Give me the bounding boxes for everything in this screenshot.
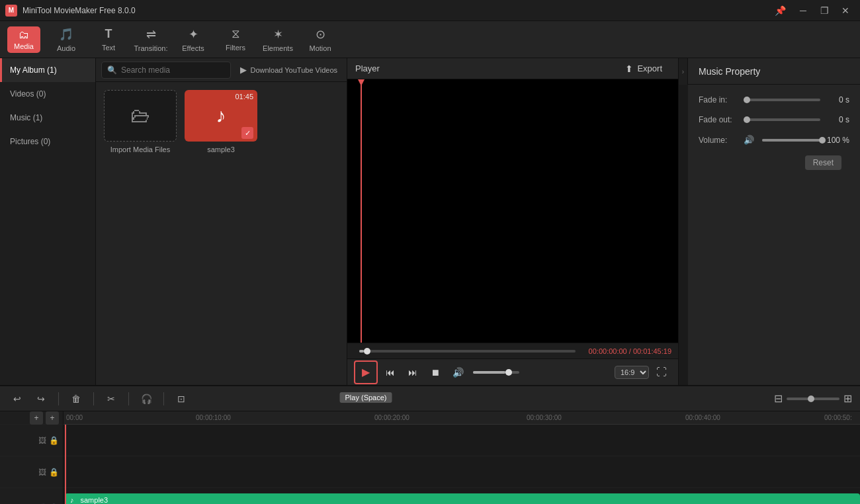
- elements-label: Elements: [263, 44, 293, 52]
- player-panel: Player ⬆ Export 00:00:00:00 / 00:01:45:1…: [347, 58, 679, 385]
- audio-clip-label: sample3: [81, 496, 108, 504]
- fade-in-slider[interactable]: [744, 99, 820, 101]
- playhead-arrow: [358, 79, 365, 86]
- zoom-slider[interactable]: [787, 398, 839, 400]
- sidebar-myalbum-label: My Album (1): [10, 65, 57, 75]
- audio-track-label-row: 🎵 🔒: [0, 488, 63, 504]
- sidebar-music-label: Music (1): [10, 113, 42, 122]
- play-button[interactable]: ▶: [354, 360, 378, 384]
- toolbar-item-elements[interactable]: ✶ Elements: [257, 22, 299, 57]
- add-video-track-button[interactable]: +: [30, 411, 43, 425]
- volume-button[interactable]: 🔊: [448, 362, 468, 382]
- timecode-display: 00:00:00:00 / 00:01:45:19: [589, 347, 671, 355]
- restore-button[interactable]: ❐: [815, 4, 834, 17]
- media-grid: 🗁 Import Media Files ♪ 01:45 ✓ sample3: [96, 82, 347, 385]
- toolbar-item-transition[interactable]: ⇌ Transition:: [130, 22, 172, 57]
- video-track-1: [64, 425, 860, 456]
- volume-prop-slider[interactable]: [762, 139, 820, 142]
- crop-button[interactable]: ⊡: [172, 390, 191, 408]
- volume-label: Volume:: [699, 136, 738, 145]
- ruler-40: 00:00:40:00: [685, 414, 720, 421]
- import-media-item[interactable]: 🗁 Import Media Files: [104, 90, 177, 153]
- import-thumb: 🗁: [104, 90, 177, 142]
- music-note-icon: ♪: [216, 105, 226, 127]
- elements-icon: ✶: [273, 27, 283, 42]
- collapse-arrow-icon: ›: [682, 68, 684, 75]
- redo-button[interactable]: ↪: [32, 390, 50, 408]
- close-button[interactable]: ✕: [836, 4, 855, 17]
- export-icon: ⬆: [625, 63, 633, 74]
- download-youtube-button[interactable]: ▶ Download YouTube Videos: [236, 65, 342, 75]
- timeline-area: ↩ ↪ 🗑 ✂ 🎧 ⊡ ⊟ ⊞ + + 🖼 🔒: [0, 385, 860, 504]
- video-track-1-lock[interactable]: 🔒: [49, 436, 59, 445]
- audio-track-row: ♪ sample3 // Generate waveform bars inli…: [64, 488, 860, 504]
- cut-button[interactable]: ✂: [102, 390, 120, 408]
- sidebar-videos-label: Videos (0): [10, 89, 46, 99]
- volume-row: Volume: 🔊 100 %: [688, 130, 860, 150]
- toolbar-item-audio[interactable]: 🎵 Audio: [45, 22, 87, 57]
- fade-in-row: Fade in: 0 s: [688, 90, 860, 110]
- toolbar-item-text[interactable]: T Text: [87, 22, 130, 57]
- audio-icon: 🎵: [59, 27, 73, 42]
- video-track-2-lock[interactable]: 🔒: [49, 468, 59, 477]
- video-track-2-label-row: 🖼 🔒: [0, 456, 63, 488]
- fade-out-value: 0 s: [826, 115, 849, 124]
- delete-button[interactable]: 🗑: [67, 390, 85, 408]
- prev-frame-button[interactable]: ⏮: [380, 362, 400, 382]
- text-label: Text: [102, 44, 115, 52]
- sidebar-item-myalbum[interactable]: My Album (1): [0, 58, 95, 82]
- minimize-button[interactable]: ─: [794, 4, 812, 17]
- export-button[interactable]: ⬆ Export: [617, 61, 670, 77]
- folder-icon: 🗁: [130, 105, 150, 127]
- volume-prop-value: 100 %: [826, 136, 849, 145]
- ruler-30: 00:00:30:00: [527, 414, 562, 421]
- volume-handle: [505, 369, 512, 376]
- track-labels: + + 🖼 🔒 🖼 🔒 🎵 🔒: [0, 411, 64, 504]
- sample3-media-item[interactable]: ♪ 01:45 ✓ sample3: [185, 90, 257, 153]
- stop-button[interactable]: ⏹: [425, 362, 445, 382]
- player-controls: ▶ Play (Space) ⏮ ⏭ ⏹ 🔊 16:9 9:16 1:1 4:3…: [347, 358, 678, 385]
- ruler-0: 00:00: [66, 414, 83, 421]
- add-audio-track-button[interactable]: +: [46, 411, 59, 425]
- download-youtube-label: Download YouTube Videos: [251, 66, 338, 74]
- pin-icon: 📌: [775, 5, 786, 16]
- zoom-in-icon[interactable]: ⊞: [843, 392, 852, 405]
- undo-button[interactable]: ↩: [8, 390, 26, 408]
- tracks-scroll-area[interactable]: 00:00 00:00:10:00 00:00:20:00 00:00:30:0…: [64, 411, 860, 504]
- toolbar: 🗂 Media 🎵 Audio T Text ⇌ Transition: ✦ E…: [0, 21, 860, 58]
- zoom-out-icon[interactable]: ⊟: [774, 392, 783, 405]
- reset-button[interactable]: Reset: [805, 155, 841, 170]
- sidebar: My Album (1) Videos (0) Music (1) Pictur…: [0, 58, 96, 385]
- sidebar-item-pictures[interactable]: Pictures (0): [0, 130, 95, 153]
- progress-bar[interactable]: [359, 350, 576, 353]
- filters-icon: ⧖: [232, 27, 240, 41]
- audio-note-icon: ♪: [70, 496, 74, 504]
- ruler-10: 00:00:10:00: [196, 414, 231, 421]
- toolbar-item-motion[interactable]: ⊙ Motion: [299, 22, 341, 57]
- fade-out-slider[interactable]: [744, 118, 820, 121]
- fullscreen-button[interactable]: ⛶: [652, 362, 671, 382]
- play-button-wrapper: ▶ Play (Space): [354, 360, 378, 384]
- search-box[interactable]: 🔍: [101, 62, 231, 79]
- audio-clip-sample3[interactable]: ♪ sample3 // Generate waveform bars inli…: [65, 493, 860, 504]
- sidebar-item-videos[interactable]: Videos (0): [0, 82, 95, 106]
- titlebar: M MiniTool MovieMaker Free 8.0.0 📌 ─ ❐ ✕: [0, 0, 860, 21]
- fade-out-handle: [744, 116, 750, 123]
- media-toolbar: 🔍 ▶ Download YouTube Videos: [96, 58, 347, 82]
- volume-prop-handle: [819, 137, 826, 144]
- toolbar-item-effects[interactable]: ✦ Effects: [172, 22, 214, 57]
- collapse-panel-button[interactable]: ›: [679, 58, 688, 85]
- toolbar-item-filters[interactable]: ⧖ Filters: [214, 22, 257, 57]
- toolbar-item-media[interactable]: 🗂 Media: [3, 22, 45, 57]
- fade-out-label: Fade out:: [699, 115, 738, 124]
- audio-split-button[interactable]: 🎧: [137, 390, 155, 408]
- search-input[interactable]: [121, 65, 225, 75]
- progress-fill: [359, 350, 364, 353]
- volume-slider[interactable]: [473, 371, 519, 374]
- media-icon: 🗂: [19, 29, 29, 41]
- aspect-ratio-select[interactable]: 16:9 9:16 1:1 4:3: [615, 366, 649, 379]
- sidebar-item-music[interactable]: Music (1): [0, 106, 95, 130]
- next-frame-button[interactable]: ⏭: [403, 362, 423, 382]
- motion-label: Motion: [309, 44, 331, 52]
- video-track-1-label-row: 🖼 🔒: [0, 425, 63, 456]
